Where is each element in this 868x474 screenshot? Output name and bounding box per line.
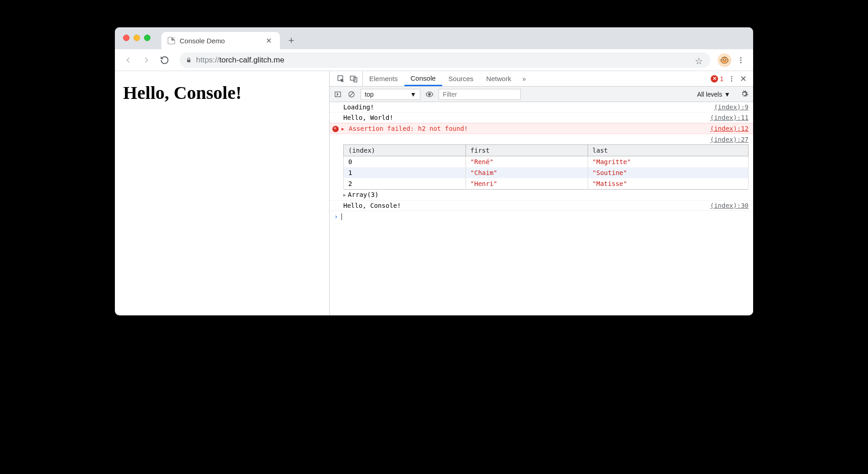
log-entry-error[interactable]: ▶ Assertion failed: h2 not found! (index… [330, 123, 753, 134]
profile-avatar[interactable]: 🐵 [718, 53, 731, 67]
expand-triangle-icon[interactable]: ▶ [341, 126, 344, 131]
content-area: Hello, Console! Elements Console Sources… [115, 71, 753, 315]
chevron-down-icon: ▼ [724, 91, 730, 98]
source-link[interactable]: (index):9 [714, 103, 749, 111]
table-header[interactable]: first [465, 145, 588, 156]
prompt-icon: › [334, 213, 338, 220]
context-selector[interactable]: top ▼ [361, 89, 420, 100]
back-button[interactable] [120, 52, 136, 68]
error-count-badge[interactable]: ✕ 1 [711, 75, 723, 82]
log-levels-selector[interactable]: All levels ▼ [697, 91, 730, 98]
console-output: Loading! (index):9 Hello, World! (index)… [330, 102, 753, 315]
live-expression-icon[interactable] [425, 90, 434, 99]
toolbar: https://torch-calf.glitch.me ☆ 🐵 [115, 49, 753, 71]
tab-elements[interactable]: Elements [363, 71, 404, 86]
window-controls [123, 35, 150, 41]
svg-rect-4 [351, 76, 356, 80]
svg-point-0 [740, 57, 742, 58]
svg-point-7 [731, 78, 733, 79]
browser-tab[interactable]: Console Demo ✕ [161, 32, 280, 49]
source-link[interactable]: (index):12 [710, 125, 749, 132]
close-window-button[interactable] [123, 35, 129, 41]
source-link[interactable]: (index):30 [710, 202, 749, 209]
minimize-window-button[interactable] [134, 35, 140, 41]
browser-menu-button[interactable] [734, 53, 748, 67]
tab-sources[interactable]: Sources [442, 71, 480, 86]
device-toggle-icon[interactable] [350, 75, 358, 83]
lock-icon [186, 57, 191, 63]
text-cursor [341, 213, 342, 220]
titlebar: Console Demo ✕ + [115, 27, 753, 49]
devtools-menu-button[interactable] [728, 75, 735, 82]
table-header[interactable]: last [588, 145, 748, 156]
page-heading: Hello, Console! [123, 82, 321, 103]
svg-point-1 [740, 59, 742, 61]
svg-point-2 [740, 62, 742, 63]
console-prompt[interactable]: › [330, 211, 753, 222]
tab-network[interactable]: Network [480, 71, 518, 86]
source-link[interactable]: (index):27 [710, 136, 749, 143]
inspect-element-icon[interactable] [337, 75, 345, 83]
console-filter-bar: top ▼ All levels ▼ [330, 87, 753, 102]
console-table: (index) first last 0 "René" "Magritte" [343, 144, 749, 190]
sidebar-toggle-icon[interactable] [333, 90, 342, 99]
forward-button[interactable] [139, 52, 154, 68]
expand-triangle-icon[interactable]: ▶ [343, 192, 346, 197]
url-text: https://torch-calf.glitch.me [196, 56, 284, 65]
tab-console[interactable]: Console [404, 71, 442, 86]
tab-title: Console Demo [180, 37, 259, 45]
svg-point-8 [731, 80, 733, 82]
array-summary[interactable]: ▶ Array(3) [343, 190, 749, 198]
devtools-corner-controls [332, 71, 363, 86]
log-entry[interactable]: Loading! (index):9 [330, 102, 753, 113]
log-entry[interactable]: Hello, World! (index):11 [330, 113, 753, 123]
browser-window: Console Demo ✕ + https://torch-calf.glit… [115, 27, 753, 315]
table-row: 2 "Henri" "Matisse" [344, 178, 749, 190]
filter-input[interactable] [439, 89, 521, 100]
console-settings-icon[interactable] [740, 90, 749, 99]
close-tab-button[interactable]: ✕ [264, 36, 274, 45]
devtools-panel: Elements Console Sources Network » ✕ 1 ✕ [329, 71, 753, 315]
more-tabs-button[interactable]: » [518, 71, 531, 86]
bookmark-star-icon[interactable]: ☆ [695, 56, 704, 65]
clear-console-icon[interactable] [347, 90, 356, 99]
new-tab-button[interactable]: + [284, 34, 298, 47]
error-icon: ✕ [711, 75, 718, 82]
table-header[interactable]: (index) [344, 145, 466, 156]
source-link[interactable]: (index):11 [710, 114, 749, 121]
page-viewport: Hello, Console! [115, 71, 329, 315]
table-row: 1 "Chaim" "Soutine" [344, 167, 749, 178]
table-row: 0 "René" "Magritte" [344, 156, 749, 168]
reload-button[interactable] [157, 52, 172, 68]
page-icon [168, 37, 175, 44]
close-devtools-button[interactable]: ✕ [740, 74, 747, 84]
log-entry-table: (index):27 (index) first last 0 [330, 134, 753, 201]
address-bar[interactable]: https://torch-calf.glitch.me ☆ [180, 52, 710, 68]
devtools-tabbar: Elements Console Sources Network » ✕ 1 ✕ [330, 71, 753, 87]
svg-point-11 [429, 93, 431, 95]
maximize-window-button[interactable] [144, 35, 150, 41]
chevron-down-icon: ▼ [410, 91, 416, 98]
svg-point-6 [731, 76, 733, 77]
log-entry[interactable]: Hello, Console! (index):30 [330, 201, 753, 211]
